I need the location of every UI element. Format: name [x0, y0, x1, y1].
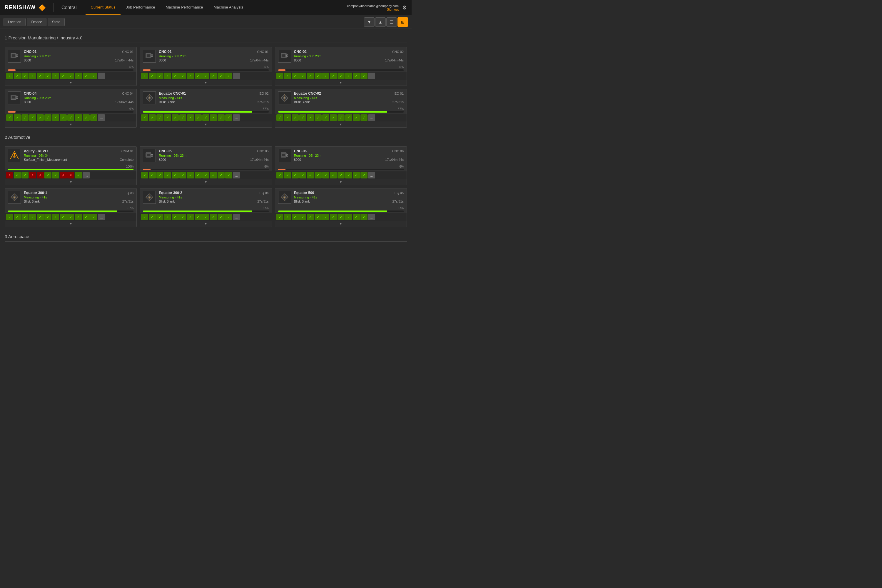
check-pass: ✓ — [345, 114, 352, 121]
check-pass: ✓ — [75, 73, 82, 79]
expand-row[interactable]: ▾ — [140, 221, 272, 226]
check-more[interactable]: ... — [233, 172, 240, 178]
check-pass: ✓ — [360, 114, 368, 121]
expand-icon: ▾ — [70, 81, 72, 85]
main-content: 1 Precision Manufacturing / Industry 4.0… — [0, 29, 412, 249]
check-pass: ✓ — [345, 172, 352, 178]
card-progress-area: 6% — [5, 65, 136, 72]
view-up-btn[interactable]: ▲ — [375, 17, 386, 27]
svg-rect-9 — [282, 54, 285, 57]
check-pass: ✓ — [37, 114, 44, 121]
expand-row[interactable]: ▾ — [275, 80, 406, 86]
check-pass: ✓ — [284, 172, 291, 178]
expand-row[interactable]: ▾ — [5, 179, 136, 185]
expand-row[interactable]: ▾ — [5, 80, 136, 86]
card-value-row: 8000 17s/04m 44s — [159, 158, 268, 161]
check-more[interactable]: ... — [82, 172, 90, 178]
check-pass: ✓ — [315, 73, 322, 79]
check-pass: ✓ — [44, 214, 51, 220]
check-more[interactable]: ... — [233, 114, 240, 121]
expand-row[interactable]: ▾ — [5, 221, 136, 226]
check-pass: ✓ — [202, 214, 209, 220]
view-list-btn[interactable]: ☰ — [386, 17, 397, 27]
header-right: company/username@company.com Sign out ⚙ — [347, 4, 407, 11]
machine-icon — [8, 191, 21, 204]
expand-row[interactable]: ▾ — [140, 179, 272, 185]
settings-icon[interactable]: ⚙ — [402, 4, 407, 11]
expand-row[interactable]: ▾ — [275, 179, 406, 185]
machine-card: CNC-01 CNC 01 Running - 06h 23m 8000 17s… — [140, 47, 272, 86]
check-pass: ✓ — [345, 73, 352, 79]
view-down-btn[interactable]: ▼ — [364, 17, 375, 27]
card-name-row: CNC-04 CNC 04 — [24, 92, 134, 96]
expand-icon: ▾ — [340, 81, 342, 85]
check-pass: ✓ — [44, 172, 51, 178]
check-more[interactable]: ... — [233, 214, 240, 220]
check-more[interactable]: ... — [233, 73, 240, 79]
check-pass: ✓ — [307, 214, 314, 220]
card-type: CNC 06 — [392, 149, 404, 153]
checks-row: ✓✓✓✓✓✓✓✓✓✓✓✓... — [140, 72, 272, 80]
card-top: CNC-06 CNC 06 Running - 06h 23m 8000 17s… — [275, 147, 406, 164]
expand-icon: ▾ — [340, 180, 342, 184]
check-pass: ✓ — [60, 73, 67, 79]
card-info: CNC-02 CNC 02 Running - 06h 23m 8000 17s… — [294, 50, 404, 62]
progress-fill — [278, 210, 387, 212]
check-more[interactable]: ... — [368, 214, 375, 220]
check-more[interactable]: ... — [98, 114, 105, 121]
card-value-row: Blisk Blank 27s/31s — [159, 100, 268, 104]
progress-bar — [8, 111, 134, 112]
card-name-row: CNC-05 CNC 05 — [159, 149, 268, 153]
card-type: EQ 03 — [124, 191, 134, 195]
check-pass: ✓ — [202, 114, 209, 121]
tab-machine-performance[interactable]: Machine Performance — [160, 0, 208, 15]
tab-current-status[interactable]: Current Status — [86, 0, 121, 15]
checks-row: ✓✓✓✓✓✓✓✓✓✓✓✓... — [275, 171, 406, 179]
progress-fill — [8, 111, 16, 112]
check-pass: ✓ — [345, 214, 352, 220]
card-value-row: Blisk Blank 27s/31s — [24, 200, 134, 203]
check-pass: ✓ — [330, 73, 337, 79]
progress-bar — [278, 69, 404, 71]
card-time: 17s/04m 44s — [385, 158, 404, 161]
section-header: 3 Aerospace — [5, 231, 407, 242]
progress-fill — [278, 111, 387, 112]
check-more[interactable]: ... — [98, 214, 105, 220]
progress-pct: 87% — [143, 207, 268, 210]
check-pass: ✓ — [75, 214, 82, 220]
check-pass: ✓ — [14, 114, 21, 121]
location-button[interactable]: Location — [3, 18, 26, 26]
check-more[interactable]: ... — [368, 73, 375, 79]
expand-icon: ▾ — [340, 222, 342, 226]
expand-row[interactable]: ▾ — [140, 80, 272, 86]
state-button[interactable]: State — [48, 18, 64, 26]
check-more[interactable]: ... — [368, 114, 375, 121]
check-pass: ✓ — [218, 73, 225, 79]
svg-rect-30 — [147, 154, 150, 156]
expand-row[interactable]: ▾ — [140, 122, 272, 127]
check-more[interactable]: ... — [368, 172, 375, 178]
check-pass: ✓ — [6, 214, 13, 220]
check-pass: ✓ — [82, 73, 90, 79]
checks-row: ✓✓✓✓✓✓✓✓✓✓✓✓... — [140, 213, 272, 221]
sign-out-link[interactable]: Sign out — [347, 8, 399, 11]
check-fail: ✗ — [6, 172, 13, 178]
progress-bar — [143, 169, 268, 170]
machine-card: Equator 300-2 EQ 04 Measuring - 41s Blis… — [140, 188, 272, 227]
expand-row[interactable]: ▾ — [275, 122, 406, 127]
check-pass: ✓ — [338, 172, 345, 178]
card-info: CNC-01 CNC 01 Running - 06h 23m 8000 17s… — [24, 50, 134, 62]
svg-rect-13 — [12, 96, 15, 99]
check-more[interactable]: ... — [98, 73, 105, 79]
tab-machine-analysis[interactable]: Machine Analysis — [208, 0, 248, 15]
check-fail: ✗ — [60, 172, 67, 178]
card-status: Measuring - 41s — [294, 195, 404, 199]
card-status: Running - 06h 23m — [24, 96, 134, 100]
device-button[interactable]: Device — [27, 18, 46, 26]
expand-row[interactable]: ▾ — [5, 122, 136, 127]
card-name-row: CNC-01 CNC 01 — [24, 50, 134, 54]
expand-row[interactable]: ▾ — [275, 221, 406, 226]
card-info: CNC-06 CNC 06 Running - 06h 23m 8000 17s… — [294, 149, 404, 161]
view-grid-btn[interactable]: ⊞ — [398, 17, 408, 27]
tab-job-performance[interactable]: Job Performance — [120, 0, 160, 15]
